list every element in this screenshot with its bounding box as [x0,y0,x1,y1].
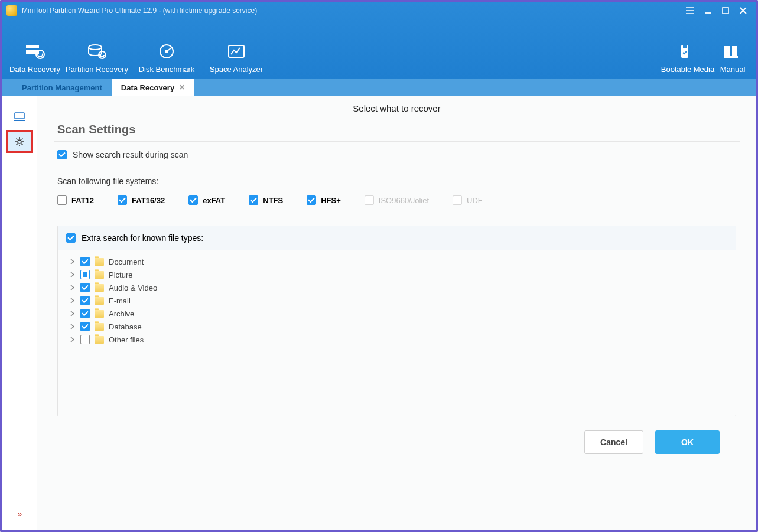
tab-data-recovery[interactable]: Data Recovery ✕ [112,79,194,96]
fs-checkbox[interactable] [118,195,127,205]
svg-rect-8 [229,45,244,57]
space-analyzer-icon [226,44,246,59]
fs-checkbox[interactable] [188,195,198,205]
extra-search-checkbox[interactable] [66,233,76,243]
close-icon[interactable]: ✕ [179,83,185,92]
action-bar: Cancel OK [54,416,740,454]
tree-checkbox[interactable] [80,335,90,344]
tree-label: Archive [109,309,134,318]
svg-rect-1 [26,45,39,48]
tree-node: Picture [70,268,730,281]
folder-icon [95,284,104,292]
fs-label: ISO9660/Joliet [379,196,429,205]
expand-icon[interactable] [70,311,76,316]
fs-label: FAT16/32 [132,196,165,205]
toolbar-label: Partition Recovery [66,65,128,74]
toolbar-data-recovery[interactable]: Data Recovery [8,44,62,74]
svg-rect-12 [15,113,24,119]
svg-rect-13 [14,120,25,121]
close-icon[interactable] [739,6,748,15]
scan-settings-panel: Scan Settings Show search result during … [54,118,740,454]
tree-label: Database [109,322,142,331]
tab-label: Partition Management [22,83,102,92]
page-header: Select what to recover [37,96,756,118]
fs-item: FAT12 [57,195,94,205]
tab-partition-management[interactable]: Partition Management [12,79,112,96]
tree-label: Other files [109,335,144,344]
expand-icon[interactable] [70,324,76,329]
window-title: MiniTool Partition Wizard Pro Ultimate 1… [22,6,257,15]
app-icon [6,5,17,16]
data-recovery-icon [25,44,45,59]
bootable-media-icon [678,44,698,59]
tree-checkbox[interactable] [80,309,90,318]
tree-checkbox[interactable] [80,270,90,279]
rail-devices[interactable] [7,107,32,127]
tree-checkbox[interactable] [80,283,90,292]
partition-recovery-icon [87,44,107,59]
manual-icon [723,44,743,59]
tree-checkbox[interactable] [80,322,90,331]
hamburger-icon[interactable] [685,6,695,15]
tree-node: Document [70,255,730,268]
tree-label: Audio & Video [109,283,157,292]
body: » Select what to recover Scan Settings S… [2,96,756,530]
file-type-tree: DocumentPictureAudio & VideoE-mailArchiv… [58,250,736,416]
fs-checkbox[interactable] [57,195,67,205]
filesystem-row: FAT12FAT16/32exFATNTFSHFS+ISO9660/Joliet… [54,192,740,217]
folder-icon [95,258,104,266]
toolbar-label: Space Analyzer [210,65,263,74]
button-label: OK [681,438,694,447]
app-window: MiniTool Partition Wizard Pro Ultimate 1… [0,0,758,532]
svg-rect-10 [683,45,687,48]
tree-checkbox[interactable] [80,257,90,266]
minimize-icon[interactable] [703,6,713,15]
toolbar-label: Bootable Media [661,65,714,74]
tree-node: Audio & Video [70,281,730,294]
expand-icon[interactable] [70,285,76,291]
toolbar-label: Disk Benchmark [139,65,195,74]
ok-button[interactable]: OK [655,430,720,454]
toolbar-bootable-media[interactable]: Bootable Media [661,44,715,74]
expand-icon[interactable] [70,298,76,303]
left-rail: » [2,96,37,530]
expand-icon[interactable] [70,259,76,265]
toolbar-disk-benchmark[interactable]: Disk Benchmark [132,44,201,74]
disk-benchmark-icon [157,44,177,59]
expand-icon[interactable] [70,337,76,342]
fs-checkbox[interactable] [307,195,316,205]
window-controls [685,6,752,15]
gear-icon [14,136,25,147]
toolbar-space-analyzer[interactable]: Space Analyzer [201,44,271,74]
toolbar-label: Data Recovery [9,65,60,74]
svg-point-4 [89,45,102,50]
extra-search-box: Extra search for known file types: Docum… [57,226,736,416]
folder-icon [95,310,104,318]
toolbar-manual[interactable]: Manual [715,44,750,74]
folder-icon [95,336,104,344]
show-search-row: Show search result during scan [54,142,740,168]
rail-expand[interactable]: » [18,509,21,518]
button-label: Cancel [600,438,627,447]
extra-search-head: Extra search for known file types: [58,226,736,250]
show-search-label: Show search result during scan [73,150,188,159]
fs-label: FAT12 [71,196,94,205]
folder-icon [95,323,104,331]
cancel-button[interactable]: Cancel [584,430,643,454]
svg-rect-11 [724,56,738,58]
fs-label: exFAT [203,196,225,205]
fs-item: NTFS [249,195,283,205]
toolbar-label: Manual [720,65,746,74]
tree-checkbox[interactable] [80,296,90,305]
show-search-checkbox[interactable] [57,150,67,159]
panel-title: Scan Settings [54,118,740,141]
fs-section-label: Scan following file systems: [54,168,740,192]
toolbar-partition-recovery[interactable]: Partition Recovery [62,44,132,74]
svg-rect-0 [723,8,728,14]
titlebar: MiniTool Partition Wizard Pro Ultimate 1… [2,2,756,19]
expand-icon[interactable] [70,272,76,278]
maximize-icon[interactable] [721,6,730,15]
rail-settings[interactable] [7,132,32,152]
fs-checkbox[interactable] [249,195,258,205]
fs-label: HFS+ [321,196,341,205]
